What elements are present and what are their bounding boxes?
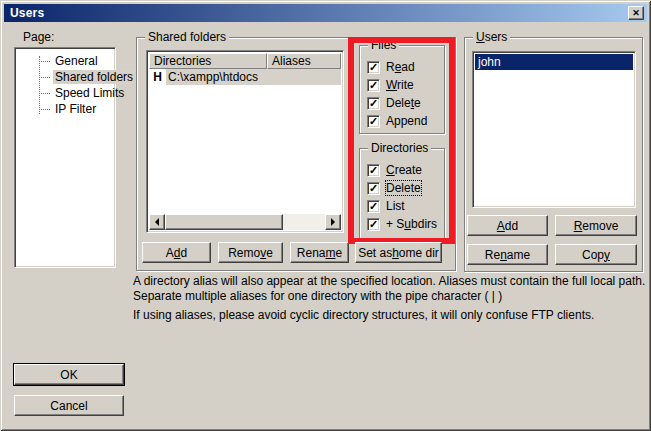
button-label: e	[266, 246, 273, 260]
checkbox-dir-create[interactable]: ✓ Create	[360, 161, 444, 179]
button-label: Cop	[582, 248, 604, 262]
remove-user-button[interactable]: Remove	[555, 215, 637, 236]
button-label: Remo	[228, 246, 260, 260]
column-header-directories[interactable]: Directories	[149, 53, 267, 69]
checkbox-label: Append	[386, 114, 427, 128]
shared-directories-list: Directories Aliases H C:\xampp\htdocs	[146, 50, 344, 233]
button-label: h	[392, 246, 399, 260]
directory-path: C:\xampp\htdocs	[166, 69, 341, 85]
checkbox-checked-icon: ✓	[367, 200, 380, 213]
button-label: Re	[485, 248, 500, 262]
checkbox-label: List	[386, 199, 405, 213]
users-list: john	[472, 51, 636, 208]
list-header: Directories Aliases	[149, 53, 341, 69]
checkbox-checked-icon: ✓	[367, 61, 380, 74]
checkbox-label-focused: Delete	[386, 181, 421, 195]
directories-group: Directories ✓ Create ✓ Delete ✓ List ✓ +…	[359, 148, 445, 240]
scroll-right-button[interactable]	[325, 214, 341, 230]
checkbox-checked-icon: ✓	[367, 218, 380, 231]
scroll-left-button[interactable]	[149, 214, 165, 230]
checkbox-checked-icon: ✓	[367, 115, 380, 128]
copy-user-button[interactable]: Copy	[555, 244, 637, 265]
button-label: Set as	[358, 246, 392, 260]
checkbox-files-delete[interactable]: ✓ Delete	[360, 94, 444, 112]
users-dialog: Users ✕ Page: General Shared folders Spe…	[0, 0, 651, 431]
checkbox-files-write[interactable]: ✓ Write	[360, 76, 444, 94]
ok-button[interactable]: OK	[14, 364, 124, 385]
button-label: e	[336, 246, 343, 260]
alias-warning-text: If using aliases, please avoid cyclic di…	[133, 308, 647, 323]
checkbox-label: Delete	[386, 96, 421, 110]
checkbox-label: Create	[386, 163, 422, 177]
scroll-right-icon	[331, 218, 335, 226]
cancel-button[interactable]: Cancel	[14, 395, 124, 416]
tree-item-speed-limits[interactable]: Speed Limits	[15, 85, 115, 101]
page-label: Page:	[23, 30, 54, 44]
close-button[interactable]: ✕	[628, 6, 644, 20]
scroll-left-icon	[155, 218, 159, 226]
button-label: d	[181, 246, 188, 260]
button-label: Rena	[297, 246, 326, 260]
tree-item-label: IP Filter	[53, 102, 98, 116]
button-label: ome dir	[399, 246, 439, 260]
set-home-dir-button[interactable]: Set as home dir	[355, 242, 442, 263]
button-label: y	[604, 248, 610, 262]
button-label: emove	[582, 219, 618, 233]
button-label: A	[497, 219, 505, 233]
tree-item-shared-folders[interactable]: Shared folders	[15, 69, 115, 85]
home-marker: H	[149, 70, 166, 84]
button-label: n	[500, 248, 507, 262]
checkbox-checked-icon: ✓	[367, 182, 380, 195]
checkbox-dir-subdirs[interactable]: ✓ + Subdirs	[360, 215, 444, 233]
checkbox-checked-icon: ✓	[367, 164, 380, 177]
files-group: Files ✓ Read ✓ Write ✓ Delete ✓ Append	[359, 45, 445, 134]
directories-group-label: Directories	[368, 141, 431, 155]
rename-user-button[interactable]: Rename	[467, 244, 548, 265]
list-empty-area	[149, 85, 341, 214]
description-area: A directory alias will also appear at th…	[133, 274, 647, 327]
checkbox-dir-list[interactable]: ✓ List	[360, 197, 444, 215]
files-group-label: Files	[368, 38, 399, 52]
horizontal-scrollbar[interactable]	[149, 214, 341, 230]
directory-row[interactable]: H C:\xampp\htdocs	[149, 69, 341, 85]
checkbox-label: + Subdirs	[386, 217, 437, 231]
checkbox-files-read[interactable]: ✓ Read	[360, 58, 444, 76]
scrollbar-track[interactable]	[283, 214, 325, 230]
users-group-label: Users	[473, 30, 510, 44]
tree-item-ip-filter[interactable]: IP Filter	[15, 101, 115, 117]
column-header-aliases[interactable]: Aliases	[267, 53, 341, 69]
button-label: A	[166, 246, 174, 260]
shared-folders-group-label: Shared folders	[145, 30, 229, 44]
checkbox-label: Write	[386, 78, 414, 92]
checkbox-checked-icon: ✓	[367, 97, 380, 110]
close-icon: ✕	[632, 8, 640, 18]
title-bar: Users ✕	[4, 4, 647, 22]
button-label: ame	[507, 248, 530, 262]
scrollbar-thumb[interactable]	[165, 214, 283, 230]
tree-item-general[interactable]: General	[15, 53, 115, 69]
button-label: d	[174, 246, 181, 260]
checkbox-checked-icon: ✓	[367, 79, 380, 92]
checkbox-dir-delete[interactable]: ✓ Delete	[360, 179, 444, 197]
tree-item-label: General	[53, 54, 100, 68]
tree-item-label: Shared folders	[53, 70, 135, 84]
button-label: R	[574, 219, 583, 233]
page-tree: General Shared folders Speed Limits IP F…	[14, 47, 116, 268]
user-row-john[interactable]: john	[475, 54, 633, 70]
rename-folder-button[interactable]: Rename	[290, 242, 349, 263]
window-title: Users	[10, 6, 44, 20]
tree-item-label: Speed Limits	[53, 86, 126, 100]
button-label: dd	[505, 219, 518, 233]
button-label: m	[326, 246, 336, 260]
add-user-button[interactable]: Add	[467, 215, 548, 236]
alias-description-text: A directory alias will also appear at th…	[133, 274, 647, 304]
remove-folder-button[interactable]: Remove	[218, 242, 283, 263]
add-folder-button[interactable]: Add	[142, 242, 211, 263]
checkbox-label: Read	[386, 60, 415, 74]
checkbox-files-append[interactable]: ✓ Append	[360, 112, 444, 130]
